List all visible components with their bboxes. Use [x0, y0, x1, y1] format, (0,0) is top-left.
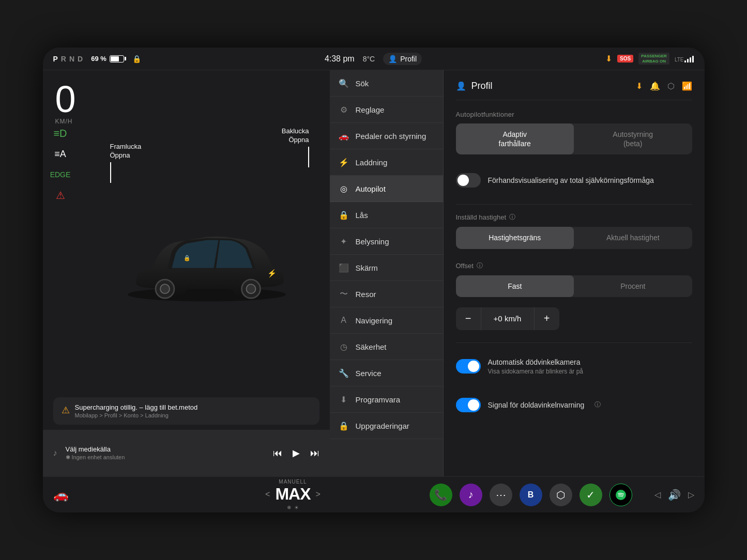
next-track-button[interactable]: ⏭ — [310, 448, 319, 459]
preview-toggle-label: Förhandsvisualisering av total självkörn… — [488, 176, 654, 185]
menu-item-lighting[interactable]: ✦ Belysning — [330, 228, 443, 255]
signal-toggle-row: Signal för doldavinkelnvarning ⓘ — [456, 392, 692, 418]
display-icon: ⬛ — [338, 262, 349, 273]
stepper-plus-button[interactable]: + — [535, 307, 559, 330]
ac-icon: ❄ — [287, 505, 291, 510]
speed-section: Inställd hastighet ⓘ Hastighetsgräns Akt… — [456, 213, 692, 248]
icon-warning: ⚠ — [52, 189, 69, 201]
apps-button[interactable]: ⋯ — [490, 484, 512, 506]
menu-label-upgrades: Uppgraderingar — [356, 422, 409, 430]
warning-content: Supercharging otillig. – lägg till bet.m… — [75, 403, 198, 418]
warning-banner[interactable]: ⚠ Supercharging otillig. – lägg till bet… — [53, 397, 319, 425]
speed-next-button[interactable]: > — [316, 490, 321, 499]
prev-track-button[interactable]: ⏮ — [273, 448, 282, 459]
spotify-button[interactable] — [609, 484, 632, 506]
music-button[interactable]: ♪ — [460, 484, 482, 506]
menu-item-autopilot[interactable]: ◎ Autopilot — [330, 176, 443, 202]
battery-fill — [111, 56, 119, 61]
status-center: 4:38 pm 8°C 👤 Profil — [325, 53, 422, 65]
current-speed-button[interactable]: Aktuell hastighet — [574, 227, 692, 248]
speed-mode-icons: ❄ ☀ — [265, 505, 321, 510]
speed-stepper: − +0 km/h + — [456, 307, 559, 330]
menu-item-software[interactable]: ⬇ Programvara — [330, 386, 443, 413]
signal-toggle[interactable] — [456, 398, 481, 412]
icon-wipers: ≡A — [52, 148, 69, 160]
download-status-icon: ⬇ — [605, 54, 612, 64]
service-icon: 🔧 — [338, 367, 349, 379]
offset-label-row: Offset ⓘ — [456, 261, 692, 270]
fast-button[interactable]: Fast — [456, 275, 574, 297]
phone-button[interactable]: 📞 — [430, 484, 452, 506]
battery-icon — [110, 55, 124, 63]
stepper-minus-button[interactable]: − — [456, 307, 481, 330]
bluetooth-button[interactable]: B — [520, 484, 542, 506]
charge-port-indicator: ⚡ — [267, 269, 277, 278]
blind-spot-toggle[interactable] — [456, 359, 481, 374]
menu-item-trips[interactable]: 〜 Resor — [330, 281, 443, 307]
check-button[interactable]: ✓ — [580, 484, 602, 506]
status-left: P R N D 69 % 🔒 — [53, 55, 141, 63]
sos-badge[interactable]: SOS — [617, 55, 633, 63]
wheel-front-hub — [160, 284, 170, 293]
arrow-right-button[interactable]: ▷ — [688, 490, 694, 500]
menu-item-search[interactable]: 🔍 Sök — [330, 70, 443, 97]
warning-text: Supercharging otillig. – lägg till bet.m… — [75, 403, 198, 411]
menu-label-service: Service — [356, 369, 382, 378]
signal-info-icon[interactable]: ⓘ — [594, 400, 601, 409]
left-panel: 0 KM/H ≡D ≡A EDGE ⚠ Framlucka Öppna — [43, 70, 330, 476]
menu-item-safety[interactable]: ◷ Säkerhet — [330, 334, 443, 360]
icon-edge: EDGE — [52, 168, 69, 181]
gallery-button[interactable]: ⬡ — [550, 484, 572, 506]
gear-p[interactable]: P — [53, 55, 58, 63]
bluetooth-header-icon[interactable]: ⬡ — [667, 81, 675, 91]
media-title: Välj mediekälla — [66, 445, 265, 453]
play-button[interactable]: ▶ — [293, 447, 300, 459]
autosteer-button[interactable]: Autostyrning (beta) — [574, 123, 692, 154]
car-lock-icon: 🔒 — [184, 255, 191, 261]
signal-bar-1 — [684, 60, 686, 63]
menu-item-navigation[interactable]: A Navigering — [330, 307, 443, 334]
offset-button-group: Fast Procent — [456, 275, 692, 297]
menu-label-trips: Resor — [356, 290, 376, 299]
media-bar[interactable]: ♪ Välj mediekälla ✱ Ingen enhet ansluten… — [43, 430, 330, 476]
percent-button[interactable]: Procent — [574, 275, 692, 297]
bell-icon[interactable]: 🔔 — [650, 81, 660, 91]
offset-info-icon[interactable]: ⓘ — [477, 261, 483, 270]
taskbar-icons: 📞 ♪ ⋯ B ⬡ ✓ — [430, 484, 632, 506]
gear-indicator: P R N D — [53, 55, 83, 63]
menu-panel: 🔍 Sök ⚙ Reglage 🚗 Pedaler och styrning ⚡… — [330, 70, 444, 476]
menu-item-upgrades[interactable]: 🔒 Uppgraderingar — [330, 413, 443, 439]
menu-item-pedals[interactable]: 🚗 Pedaler och styrning — [330, 123, 443, 149]
speed-info-icon[interactable]: ⓘ — [509, 213, 515, 222]
preview-toggle[interactable] — [456, 173, 481, 188]
signal-toggle-thumb — [468, 399, 479, 411]
car-shadow — [128, 288, 286, 302]
airbag-text-line1: PASSENGER — [641, 54, 667, 59]
menu-item-display[interactable]: ⬛ Skärm — [330, 255, 443, 281]
car-image: ⚡ 🔒 — [114, 196, 300, 309]
menu-item-charging[interactable]: ⚡ Laddning — [330, 149, 443, 176]
trips-icon: 〜 — [338, 288, 349, 300]
gear-r[interactable]: R — [61, 55, 66, 63]
navigation-icon: A — [338, 315, 349, 326]
menu-item-lock[interactable]: 🔒 Lås — [330, 202, 443, 228]
profile-button[interactable]: 👤 Profil — [383, 53, 422, 65]
car-status-button[interactable]: 🚗 — [53, 488, 69, 502]
speed-limit-button[interactable]: Hastighetsgräns — [456, 227, 574, 248]
taskbar-center: Manuell < MAX > ❄ ☀ — [157, 479, 430, 510]
taskbar: 🚗 Manuell < MAX > ❄ ☀ 📞 — [43, 476, 705, 512]
menu-item-controls[interactable]: ⚙ Reglage — [330, 97, 443, 123]
front-door-label: Framlucka Öppna — [110, 143, 142, 183]
download-icon[interactable]: ⬇ — [636, 81, 643, 91]
gear-d[interactable]: D — [78, 55, 83, 63]
gear-n[interactable]: N — [69, 55, 74, 63]
volume-button[interactable]: 🔊 — [668, 489, 681, 501]
speed-prev-button[interactable]: < — [265, 490, 270, 499]
arrow-left-button[interactable]: ◁ — [654, 490, 661, 500]
menu-item-service[interactable]: 🔧 Service — [330, 360, 443, 386]
adaptive-cruise-button[interactable]: Adaptiv farthållare — [456, 123, 574, 154]
wheel-rear-hub — [247, 284, 256, 293]
autopilot-icon: ◎ — [338, 183, 349, 194]
speed-mode-label: Manuell — [265, 479, 321, 485]
taskbar-right: ◁ 🔊 ▷ — [632, 489, 694, 501]
